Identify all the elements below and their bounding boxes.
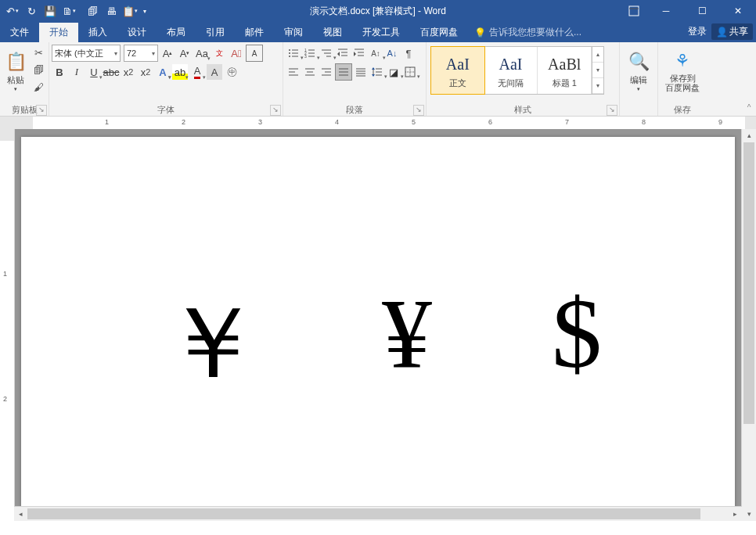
- scroll-right-button[interactable]: ▸: [729, 510, 742, 518]
- font-dialog-launcher[interactable]: ↘: [270, 105, 281, 116]
- tab-home[interactable]: 开始: [39, 23, 78, 42]
- line-spacing-button[interactable]: ▾: [369, 64, 385, 80]
- document-page[interactable]: ￥ ¥ $: [21, 137, 735, 521]
- decrease-indent-button[interactable]: [335, 45, 351, 61]
- sort-button[interactable]: A↓: [384, 45, 400, 61]
- text-direction-button[interactable]: A↕▾: [368, 45, 383, 61]
- login-button[interactable]: 登录: [688, 25, 707, 38]
- grow-font-button[interactable]: A▴: [160, 45, 175, 61]
- styles-gallery[interactable]: AaI正文 AaI无间隔 AaBl标题 1 ▴ ▾ ▾: [430, 46, 604, 95]
- svg-point-4: [289, 52, 290, 54]
- find-icon: 🔍: [628, 49, 650, 74]
- styles-more-button[interactable]: ▾: [592, 78, 603, 94]
- scroll-thumb-v[interactable]: [743, 142, 754, 424]
- quick-print-button[interactable]: 🖶: [102, 2, 121, 20]
- collapse-ribbon-button[interactable]: ^: [743, 103, 754, 114]
- align-left-button[interactable]: [286, 64, 301, 80]
- cut-button[interactable]: ✂: [31, 45, 46, 60]
- share-icon: 👤: [716, 27, 728, 38]
- align-justify-button[interactable]: [335, 63, 352, 81]
- scroll-left-button[interactable]: ◂: [14, 510, 27, 518]
- horizontal-scrollbar[interactable]: ◂ ▸: [14, 506, 742, 521]
- change-case-button[interactable]: Aa▾: [194, 45, 210, 61]
- scroll-up-button[interactable]: ▴: [742, 129, 756, 142]
- show-marks-button[interactable]: ¶: [401, 45, 416, 61]
- distributed-button[interactable]: [353, 64, 369, 80]
- paste-button[interactable]: 📋 粘贴 ▾: [2, 45, 29, 96]
- tab-design[interactable]: 设计: [117, 23, 157, 42]
- ribbon-options-button[interactable]: [620, 0, 648, 22]
- tab-baidu[interactable]: 百度网盘: [410, 23, 468, 42]
- style-heading1[interactable]: AaBl标题 1: [538, 47, 592, 94]
- paragraph-dialog-launcher[interactable]: ↘: [413, 105, 424, 116]
- numbering-button[interactable]: 123▾: [302, 45, 318, 61]
- char-border-button[interactable]: A: [246, 45, 263, 62]
- text-line[interactable]: ￥ ¥ $: [21, 276, 735, 411]
- scroll-down-button[interactable]: ▾: [742, 508, 756, 521]
- document-viewport[interactable]: ￥ ¥ $: [15, 129, 741, 521]
- scroll-thumb-h[interactable]: [27, 508, 700, 519]
- bulb-icon: 💡: [474, 27, 486, 38]
- borders-button[interactable]: ▾: [402, 64, 418, 80]
- svg-point-6: [289, 56, 290, 57]
- svg-marker-45: [372, 67, 375, 70]
- style-normal[interactable]: AaI正文: [430, 46, 485, 95]
- vertical-scrollbar[interactable]: ▴ ▾: [741, 129, 756, 521]
- shrink-font-button[interactable]: A▾: [177, 45, 193, 61]
- minimize-button[interactable]: ─: [648, 0, 684, 22]
- style-nospacing[interactable]: AaI无间隔: [484, 47, 538, 94]
- char-shading-button[interactable]: A: [207, 64, 222, 80]
- clipboard-dialog-launcher[interactable]: ↘: [36, 105, 47, 116]
- vertical-ruler[interactable]: 1 2 3: [0, 129, 15, 521]
- align-right-button[interactable]: [319, 64, 334, 80]
- paste-qat-button[interactable]: 📋▾: [121, 2, 139, 20]
- tab-dev[interactable]: 开发工具: [352, 23, 410, 42]
- copy-button[interactable]: 🗐: [31, 62, 46, 77]
- save-to-baidu-button[interactable]: ⚘ 保存到 百度网盘: [661, 45, 704, 96]
- tab-review[interactable]: 审阅: [274, 23, 313, 42]
- tab-view[interactable]: 视图: [313, 23, 352, 42]
- enclose-char-button[interactable]: ㊥: [224, 64, 239, 80]
- styles-dialog-launcher[interactable]: ↘: [607, 105, 617, 116]
- tab-file[interactable]: 文件: [0, 23, 39, 42]
- undo-button[interactable]: ↶▾: [3, 2, 22, 20]
- subscript-button[interactable]: x2: [121, 64, 136, 80]
- text-effects-button[interactable]: A▾: [155, 64, 171, 80]
- styles-scroll-down[interactable]: ▾: [592, 63, 603, 78]
- bold-button[interactable]: B: [52, 64, 67, 80]
- qat-customize-button[interactable]: ▾: [139, 2, 150, 20]
- styles-scroll-up[interactable]: ▴: [592, 47, 603, 63]
- bullets-button[interactable]: ▾: [286, 45, 301, 61]
- increase-indent-button[interactable]: [351, 45, 367, 61]
- format-painter-button[interactable]: 🖌: [31, 79, 46, 95]
- tab-references[interactable]: 引用: [196, 23, 235, 42]
- underline-button[interactable]: U▾: [86, 64, 102, 80]
- italic-button[interactable]: I: [69, 64, 85, 80]
- tab-insert[interactable]: 插入: [78, 23, 117, 42]
- save-button[interactable]: 💾: [41, 2, 59, 20]
- font-color-button[interactable]: A▾: [189, 64, 205, 80]
- strikethrough-button[interactable]: abc: [103, 64, 119, 80]
- multilevel-list-button[interactable]: ▾: [319, 45, 334, 61]
- font-name-combo[interactable]: 宋体 (中文正▾: [52, 45, 121, 62]
- redo-button[interactable]: ↻: [22, 2, 41, 20]
- tab-layout[interactable]: 布局: [157, 23, 196, 42]
- editing-button[interactable]: 🔍 编辑 ▾: [622, 45, 655, 96]
- save-as-button[interactable]: 🗎▾: [59, 2, 78, 20]
- phonetic-guide-button[interactable]: 文: [211, 45, 227, 61]
- clipboard-group-label: 剪贴板: [12, 105, 38, 114]
- font-size-combo[interactable]: 72▾: [124, 45, 158, 62]
- superscript-button[interactable]: x2: [138, 64, 153, 80]
- align-center-button[interactable]: [302, 64, 318, 80]
- paragraph-group-label: 段落: [346, 105, 363, 114]
- share-button[interactable]: 👤共享: [711, 23, 753, 40]
- tell-me-input[interactable]: 💡告诉我您想要做什么...: [474, 23, 581, 42]
- print-preview-button[interactable]: 🗐: [83, 2, 102, 20]
- close-button[interactable]: ✕: [720, 0, 756, 22]
- shading-button[interactable]: ◪▾: [386, 64, 401, 80]
- char-dollar: $: [552, 276, 602, 411]
- maximize-button[interactable]: ☐: [684, 0, 720, 22]
- clear-format-button[interactable]: A⃠: [229, 45, 244, 61]
- highlight-button[interactable]: ab▾: [172, 64, 188, 80]
- tab-mail[interactable]: 邮件: [235, 23, 274, 42]
